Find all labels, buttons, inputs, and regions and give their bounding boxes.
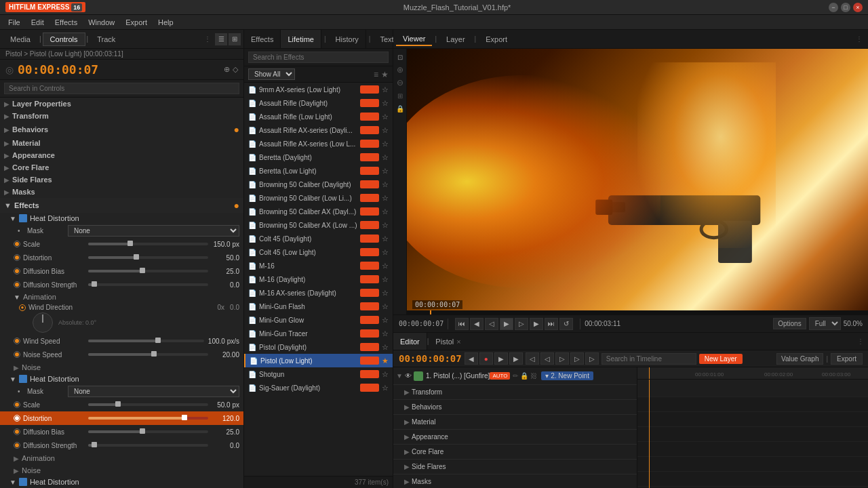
effect-star-m16-day[interactable]: ☆ [382, 275, 389, 284]
heat-distortion-1-header[interactable]: ▼ Heat Distortion [0, 213, 243, 224]
viewer-options[interactable]: ⋮ [853, 35, 865, 43]
hd1-wind-speed-radio[interactable] [14, 338, 20, 344]
effect-item-pistol-day[interactable]: 📄 Pistol (Daylight) ☆ [244, 340, 393, 354]
transform-header[interactable]: ▶ Transform [0, 110, 243, 122]
effects-tab-effects[interactable]: Effects [244, 30, 281, 48]
new-layer-button[interactable]: New Layer [699, 354, 743, 364]
filter-icon-1[interactable]: ≡ [374, 70, 378, 79]
hd1-scale-radio[interactable] [14, 241, 20, 247]
hd1-mask-dropdown[interactable]: None [68, 225, 239, 237]
minimize-button[interactable]: − [829, 3, 838, 12]
core-flare-header[interactable]: ▶ Core Flare [0, 161, 243, 174]
effect-star-beretta-day[interactable]: ☆ [382, 153, 389, 162]
effect-star-b50ax-low[interactable]: ☆ [382, 221, 389, 230]
loop-button[interactable]: ↺ [559, 318, 573, 330]
tl-record[interactable]: ● [479, 352, 493, 365]
value-graph-button[interactable]: Value Graph [776, 353, 823, 365]
effect-item-minigung-glow[interactable]: 📄 Mini-Gun Glow ☆ [244, 313, 393, 327]
effect-item-m16-ax-day[interactable]: 📄 M-16 AX-series (Daylight) ☆ [244, 286, 393, 300]
tl-btn-4[interactable]: ▷ [570, 352, 584, 365]
tl-play[interactable]: ▶ [494, 352, 508, 365]
filter-icon-2[interactable]: ★ [381, 70, 389, 79]
effect-star-minigung-tracer[interactable]: ☆ [382, 329, 389, 338]
hd1-wind-direction-radio[interactable]: ● [19, 304, 26, 311]
menu-effects[interactable]: Effects [50, 17, 83, 28]
crop-icon[interactable]: ⊡ [395, 52, 406, 62]
fit-icon[interactable]: ⊞ [395, 90, 406, 101]
hd2-noise-header[interactable]: ▶ Noise [0, 464, 243, 476]
timeline-tab-pistol[interactable]: Pistol × [429, 333, 467, 350]
timeline-tab-pistol-close[interactable]: × [456, 338, 460, 346]
effect-item-minigung-flash[interactable]: 📄 Mini-Gun Flash ☆ [244, 300, 393, 313]
effect-star-m16-ax-day[interactable]: ☆ [382, 289, 389, 298]
effect-star-ar-daylight[interactable]: ☆ [382, 99, 389, 108]
effect-item-ar-daylight[interactable]: 📄 Assault Rifle (Daylight) ☆ [244, 96, 393, 110]
tab-controls[interactable]: Controls [43, 33, 85, 46]
track-behaviors-arrow[interactable]: ▶ [404, 403, 410, 411]
window-controls[interactable]: − □ × [829, 3, 863, 12]
menu-help[interactable]: Help [153, 17, 179, 28]
hd1-diffusion-strength-radio[interactable] [14, 281, 20, 288]
track-material-arrow[interactable]: ▶ [404, 418, 410, 426]
effect-star-b50ax-day[interactable]: ☆ [382, 207, 389, 216]
track-main-edit-icon[interactable]: ✏ [513, 372, 518, 380]
effect-star-ar-ax-lowlight[interactable]: ☆ [382, 140, 389, 148]
effect-item-b50-day[interactable]: 📄 Browning 50 Caliber (Daylight) ☆ [244, 178, 393, 191]
hd2-animation-header[interactable]: ▶ Animation [0, 452, 243, 464]
viewer-scrubber[interactable] [407, 310, 868, 314]
material-header[interactable]: ▶ Material [0, 137, 243, 149]
effect-star-ar-ax-daylight[interactable]: ☆ [382, 126, 389, 135]
effect-star-ar-lowlight[interactable]: ☆ [382, 113, 389, 121]
effect-star-pistol-low[interactable]: ★ [382, 357, 389, 365]
effect-star-b50-low[interactable]: ☆ [382, 194, 389, 203]
timeline-export-button[interactable]: Export [831, 353, 863, 365]
hd1-noise-header[interactable]: ▶ Noise [0, 361, 243, 373]
track-main-link-icon[interactable]: ⛓ [530, 372, 537, 380]
hd2-scale-slider[interactable] [88, 403, 208, 407]
timecode-icon[interactable]: ◎ [5, 64, 14, 75]
hd2-distortion-radio[interactable] [14, 415, 20, 422]
hd2-distortion-slider[interactable] [88, 416, 208, 420]
menu-export[interactable]: Export [120, 17, 153, 28]
track-main-vis-icon[interactable]: 👁 [405, 372, 412, 380]
tl-prev-frame[interactable]: ◀ [465, 352, 478, 365]
effect-star-pistol-day[interactable]: ☆ [382, 343, 389, 352]
track-main-new-point[interactable]: ▾ 2. New Point [541, 371, 593, 380]
viewer-options-button[interactable]: Options [773, 318, 806, 329]
hd1-diffusion-bias-radio[interactable] [14, 268, 20, 274]
list-view-button[interactable]: ☰ [215, 33, 227, 45]
effect-item-beretta-low[interactable]: 📄 Beretta (Low Light) ☆ [244, 164, 393, 178]
effect-item-m16[interactable]: 📄 M-16 ☆ [244, 259, 393, 272]
track-masks-arrow[interactable]: ▶ [404, 478, 410, 485]
effect-star-b50-day[interactable]: ☆ [382, 180, 389, 189]
tl-next-frame[interactable]: ▶ [509, 352, 523, 365]
effect-item-b50ax-day[interactable]: 📄 Browning 50 Caliber AX (Dayl...) ☆ [244, 205, 393, 218]
effect-item-ar-ax-lowlight[interactable]: 📄 Assault Rifle AX-series (Low L... ☆ [244, 137, 393, 150]
tl-btn-3[interactable]: ▷ [555, 352, 569, 365]
menu-window[interactable]: Window [83, 17, 120, 28]
hd2-scale-radio[interactable] [14, 401, 20, 408]
play-button[interactable]: ▶ [500, 318, 513, 330]
tl-btn-2[interactable]: ◁ [540, 352, 554, 365]
hd1-animation-header[interactable]: ▼ Animation [0, 291, 243, 302]
effect-star-colt45-day[interactable]: ☆ [382, 235, 389, 243]
effect-star-sig-sauer-day[interactable]: ☆ [382, 384, 389, 392]
snap-button[interactable]: ⊕ [224, 65, 230, 74]
effect-item-pistol-low-selected[interactable]: 📄 Pistol (Low Light) ★ [244, 354, 393, 367]
viewer-tab-viewer[interactable]: Viewer [396, 33, 432, 46]
heat-distortion-3-header[interactable]: ▼ Heat Distortion [0, 476, 243, 487]
timeline-options[interactable]: ⋮ [853, 338, 868, 345]
effect-item-m16-day[interactable]: 📄 M-16 (Daylight) ☆ [244, 272, 393, 286]
next-frame-step-button[interactable]: ▷ [515, 318, 528, 330]
hd2-mask-dropdown[interactable]: None [68, 386, 239, 397]
effect-star-9mm[interactable]: ☆ [382, 85, 389, 94]
tab-track[interactable]: Track [90, 33, 123, 46]
hd1-diffusion-strength-slider[interactable] [88, 283, 208, 287]
effect-star-colt45-low[interactable]: ☆ [382, 248, 389, 257]
tl-btn-1[interactable]: ◁ [526, 352, 539, 365]
hd1-distortion-slider[interactable] [88, 256, 208, 260]
hd1-distortion-radio[interactable] [14, 254, 20, 261]
hd2-diffusion-bias-radio[interactable] [14, 428, 20, 435]
keyframe-button[interactable]: ◇ [233, 65, 238, 74]
maximize-button[interactable]: □ [841, 3, 850, 12]
